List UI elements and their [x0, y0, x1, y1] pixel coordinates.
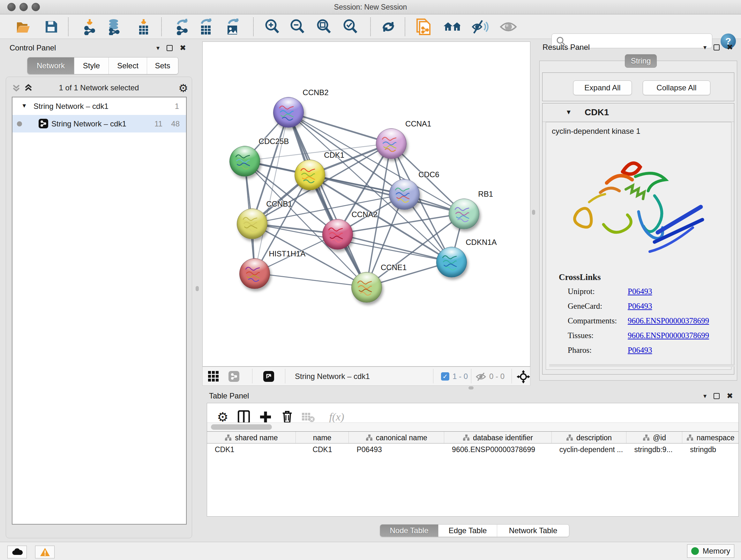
network-node-ccna2[interactable] [322, 219, 353, 250]
left-splitter-handle[interactable] [196, 286, 199, 291]
section-expander-icon[interactable]: ▼ [565, 109, 572, 116]
cloud-button[interactable] [7, 546, 27, 558]
zoom-out-icon[interactable] [289, 18, 306, 36]
network-edge[interactable] [288, 112, 366, 287]
column-header[interactable]: namespace [682, 432, 738, 444]
network-edge[interactable] [288, 112, 391, 143]
collapse-panel-icon[interactable]: ▾ [703, 44, 706, 51]
tab-string[interactable]: String [625, 54, 657, 68]
network-node-cdkn1a[interactable] [436, 247, 467, 277]
status-bar: Memory [0, 542, 741, 560]
protein-structure-thumbnail [454, 205, 475, 224]
bottom-splitter-handle[interactable] [468, 386, 474, 389]
zoom-in-icon[interactable] [264, 18, 281, 36]
table-row[interactable]: CDK1 CDK1 P06493 9606.ENSP00000378699 cy… [207, 443, 738, 455]
apply-layout-icon[interactable] [380, 18, 397, 36]
tab-network-table[interactable]: Network Table [497, 524, 569, 537]
network-options-gear-icon[interactable]: ⚙ [179, 83, 188, 94]
network-node-rb1[interactable] [449, 199, 479, 229]
column-header[interactable]: shared name [207, 432, 296, 444]
network-node-label: CCNE1 [381, 263, 407, 272]
collection-expander-icon[interactable]: ▼ [21, 103, 27, 109]
network-node-count: 11 [154, 119, 162, 128]
open-session-icon[interactable] [15, 18, 32, 36]
column-header[interactable]: database identifier [444, 432, 552, 444]
network-view-canvas[interactable]: CCNB2CCNA1CDC25BCDK1CDC6RB1CCNB1CCNA2CDK… [202, 42, 530, 367]
hide-string-images-icon[interactable] [471, 18, 488, 36]
table-hscrollbar[interactable] [207, 422, 738, 431]
network-node-cdc25b[interactable] [229, 146, 260, 177]
network-node-cdk1[interactable] [294, 160, 325, 190]
network-edge[interactable] [255, 273, 366, 287]
network-node-label: CDC6 [418, 170, 439, 179]
crosslink-link[interactable]: P06493 [628, 346, 652, 355]
collection-label: String Network – cdk1 [33, 102, 109, 111]
column-header[interactable]: name [296, 432, 349, 444]
export-image-icon[interactable] [224, 18, 241, 36]
network-node-cdc6[interactable] [389, 179, 420, 210]
zoom-fit-icon[interactable] [315, 18, 333, 36]
network-node-label: CCNA1 [405, 119, 431, 128]
enhanced-graphics-eye-icon[interactable] [499, 18, 517, 36]
float-panel-icon[interactable] [714, 44, 720, 51]
close-panel-icon[interactable]: ✖ [727, 392, 733, 400]
protein-section-header[interactable]: ▼ CDK1 [542, 104, 734, 122]
network-node-ccnb2[interactable] [273, 97, 304, 128]
network-share-icon[interactable] [228, 371, 239, 382]
crosslink-label: Tissues: [568, 331, 594, 340]
main-toolbar: ? [0, 14, 741, 39]
results-hscrollbar[interactable] [549, 364, 735, 367]
tab-node-table[interactable]: Node Table [380, 524, 439, 537]
collapse-all-button[interactable]: Collapse All [643, 80, 711, 95]
network-node-ccne1[interactable] [351, 272, 382, 303]
memory-button[interactable]: Memory [687, 544, 734, 558]
crosslink-link[interactable]: 9606.ENSP00000378699 [628, 331, 709, 340]
network-node-ccnb1[interactable] [237, 208, 267, 239]
network-row[interactable]: String Network – cdk1 11 48 [12, 115, 186, 132]
warnings-button[interactable] [35, 546, 55, 558]
zoom-selected-icon[interactable] [342, 18, 359, 36]
import-table-file-icon[interactable] [135, 18, 152, 36]
share-network-document-icon[interactable] [415, 18, 432, 36]
string-home-icon[interactable] [443, 18, 460, 36]
selected-nodes-checkbox[interactable]: ✓ [441, 372, 449, 381]
crosslink-link[interactable]: P06493 [628, 287, 652, 296]
import-network-file-icon[interactable] [81, 18, 98, 36]
collapse-panel-icon[interactable]: ▾ [156, 45, 159, 51]
network-collection-row[interactable]: ▼ String Network – cdk1 1 [12, 98, 186, 115]
tab-sets[interactable]: Sets [147, 57, 178, 74]
network-edges [203, 42, 530, 366]
close-panel-icon[interactable]: ✖ [180, 44, 186, 52]
birdseye-grid-icon[interactable] [208, 371, 219, 383]
hidden-items-eye-icon[interactable] [475, 372, 486, 381]
column-header[interactable]: @id [626, 432, 682, 444]
collapse-panel-icon[interactable]: ▾ [703, 393, 706, 399]
import-network-database-icon[interactable] [105, 18, 122, 36]
export-table-icon[interactable] [198, 18, 215, 36]
export-network-icon[interactable] [174, 18, 191, 36]
network-node-ccna1[interactable] [376, 128, 407, 159]
right-splitter-handle[interactable] [532, 210, 535, 215]
crosslink-link[interactable]: P06493 [628, 302, 652, 311]
memory-status-dot [691, 547, 699, 555]
network-node-label: CCNB1 [266, 199, 292, 208]
tab-select[interactable]: Select [109, 57, 147, 74]
close-panel-icon[interactable]: ✖ [727, 44, 733, 51]
table-hscrollbar-thumb[interactable] [211, 424, 272, 430]
warning-icon [40, 547, 51, 557]
float-panel-icon[interactable] [714, 393, 720, 399]
column-header[interactable]: canonical name [349, 432, 444, 444]
tab-network[interactable]: Network [27, 57, 74, 74]
float-panel-icon[interactable] [166, 45, 173, 51]
tab-style[interactable]: Style [74, 57, 109, 74]
tab-edge-table[interactable]: Edge Table [439, 524, 497, 537]
expand-all-button[interactable]: Expand All [573, 80, 632, 95]
window-title: Session: New Session [0, 3, 741, 11]
network-edge[interactable] [255, 112, 288, 273]
open-in-window-icon[interactable] [263, 371, 274, 382]
fit-selected-crosshair-icon[interactable] [517, 370, 530, 383]
column-header[interactable]: description [552, 432, 627, 444]
save-session-icon[interactable] [43, 18, 60, 36]
crosslink-link[interactable]: 9606.ENSP00000378699 [628, 316, 709, 325]
network-node-hist1h1a[interactable] [239, 258, 270, 289]
